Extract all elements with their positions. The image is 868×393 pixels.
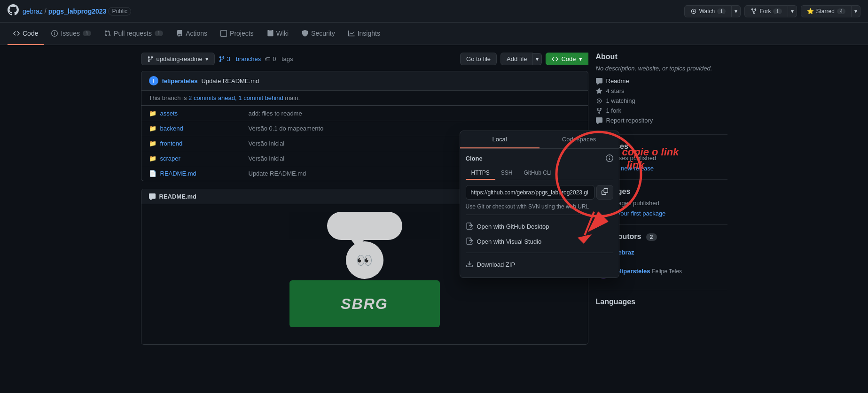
forks-meta: 1 fork (596, 107, 727, 114)
tab-issues-label: Issues (61, 30, 79, 37)
tab-wiki-label: Wiki (276, 30, 289, 37)
add-file-group: Add file ▾ (500, 53, 542, 65)
watching-meta: 1 watching (596, 97, 727, 104)
behind-link[interactable]: 1 commit behind (238, 94, 285, 101)
folder-icon: 📁 (149, 125, 156, 132)
method-https-tab[interactable]: HTTPS (466, 167, 495, 180)
download-zip-action[interactable]: Download ZIP (466, 257, 613, 272)
folder-icon: 📁 (149, 110, 156, 117)
readme-meta: Readme (596, 77, 727, 85)
tab-insights[interactable]: Insights (343, 23, 386, 45)
tab-code-label: Code (23, 30, 38, 37)
branches-count: 3 (227, 55, 230, 62)
watching-count: 1 watching (606, 97, 635, 104)
open-desktop-action[interactable]: Open with GitHub Desktop (466, 219, 613, 234)
tab-issues[interactable]: Issues 1 (46, 23, 97, 45)
repo-owner[interactable]: gebraz (23, 8, 43, 15)
watch-button[interactable]: Watch 1 (684, 5, 732, 17)
file-commit-msg: add: files to readme (249, 110, 580, 117)
repo-name[interactable]: ppgs_labprog2023 (48, 8, 107, 15)
method-ssh-tab[interactable]: SSH (495, 167, 518, 180)
tab-wiki[interactable]: Wiki (261, 23, 294, 45)
file-name[interactable]: backend (160, 125, 245, 132)
commit-avatar: f (149, 76, 158, 85)
branches-label: branches (236, 55, 261, 62)
file-name[interactable]: scraper (160, 155, 245, 162)
folder-icon: 📁 (149, 140, 156, 147)
about-section: About No description, website, or topics… (596, 53, 727, 135)
tags-label: tags (282, 55, 293, 62)
star-button[interactable]: ⭐ Starred 4 (801, 5, 852, 17)
repo-path: gebraz / ppgs_labprog2023 Public (23, 7, 131, 15)
tab-code[interactable]: Code (8, 23, 44, 45)
clone-divider (466, 215, 613, 215)
star-button-group: ⭐ Starred 4 ▾ (801, 5, 860, 17)
tab-insights-label: Insights (358, 30, 380, 37)
pr-badge: 1 (155, 31, 163, 36)
tab-projects-label: Projects (230, 30, 254, 37)
tags-count: 0 (273, 55, 276, 62)
code-button-group: Code ▾ (546, 53, 588, 65)
contributor-name[interactable]: felipersteles (615, 268, 650, 275)
tab-actions[interactable]: Actions (171, 23, 213, 45)
code-button-label: Code (561, 55, 576, 62)
folder-icon: 📁 (149, 155, 156, 162)
clone-panel: Local Codespaces Clone HTTPS SSH GitHub … (460, 131, 619, 278)
commit-message: Update README.md (201, 77, 259, 85)
issues-badge: 1 (83, 31, 91, 36)
clone-method-tabs: HTTPS SSH GitHub CLI (466, 167, 613, 180)
about-description: No description, website, or topics provi… (596, 65, 727, 72)
add-file-dropdown[interactable]: ▾ (533, 53, 542, 65)
commit-username[interactable]: felipersteles (162, 77, 198, 85)
branch-selector-button[interactable]: updating-readme ▾ (141, 53, 215, 65)
secondary-navbar: Code Issues 1 Pull requests 1 Actions Pr… (0, 23, 868, 45)
languages-title: Languages (596, 298, 727, 306)
tab-projects[interactable]: Projects (215, 23, 259, 45)
tab-security-label: Security (311, 30, 335, 37)
stars-meta: 4 stars (596, 87, 727, 94)
branch-name: updating-readme (156, 55, 203, 62)
readme-title: README.md (159, 193, 196, 200)
file-name[interactable]: frontend (160, 140, 245, 147)
report-meta[interactable]: Report repository (596, 117, 727, 124)
about-title: About (596, 53, 727, 61)
tags-link[interactable]: 🏷 0 tags (265, 55, 293, 62)
goto-file-button[interactable]: Go to file (460, 53, 497, 65)
github-logo-icon[interactable] (8, 4, 19, 18)
toolbar-left: updating-readme ▾ 3 branches 🏷 0 tags (141, 53, 293, 65)
tab-pr-label: Pull requests (114, 30, 152, 37)
ahead-link[interactable]: 2 commits ahead, (188, 94, 238, 101)
copy-url-button[interactable] (596, 185, 613, 200)
fork-button[interactable]: Fork 1 (744, 5, 788, 17)
url-input-row (466, 185, 613, 200)
code-button[interactable]: Code ▾ (546, 53, 588, 65)
forks-count: 1 fork (606, 107, 622, 114)
table-row: 📁 assets add: files to readme (141, 106, 588, 121)
report-link[interactable]: Report repository (606, 117, 653, 124)
file-name[interactable]: assets (160, 110, 245, 117)
fork-button-group: Fork 1 ▾ (744, 5, 797, 17)
watch-dropdown-button[interactable]: ▾ (732, 5, 741, 17)
visibility-badge: Public (108, 7, 131, 15)
tab-pullrequests[interactable]: Pull requests 1 (99, 23, 169, 45)
file-name[interactable]: README.md (160, 170, 245, 177)
method-cli-tab[interactable]: GitHub CLI (518, 167, 557, 180)
fork-dropdown-button[interactable]: ▾ (788, 5, 797, 17)
clone-panel-body: Clone HTTPS SSH GitHub CLI Use Git or ch… (460, 149, 619, 277)
watch-count: 1 (717, 8, 726, 14)
toolbar-right: Go to file Add file ▾ Code ▾ (460, 53, 588, 65)
top-navbar: gebraz / ppgs_labprog2023 Public Watch 1… (0, 0, 868, 23)
readme-link[interactable]: Readme (606, 77, 629, 85)
clone-tab-local[interactable]: Local (460, 131, 540, 148)
tab-actions-label: Actions (186, 30, 207, 37)
branches-link[interactable]: 3 branches (219, 55, 261, 62)
star-dropdown-button[interactable]: ▾ (852, 5, 860, 17)
add-file-button[interactable]: Add file (500, 53, 533, 65)
tab-security[interactable]: Security (296, 23, 341, 45)
clone-url-input[interactable] (466, 185, 594, 200)
download-zip-label: Download ZIP (477, 261, 516, 268)
clone-section-title: Clone (466, 154, 613, 162)
clone-tab-codespaces[interactable]: Codespaces (540, 131, 619, 148)
star-count: 4 (837, 8, 845, 14)
open-vs-action[interactable]: Open with Visual Studio (466, 234, 613, 249)
